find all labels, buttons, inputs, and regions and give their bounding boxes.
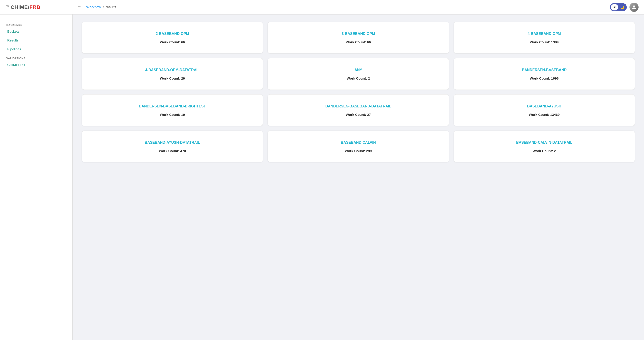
card-count-8: Work Count: 13469: [529, 113, 560, 117]
workflow-card-11[interactable]: BASEBAND-CALVIN-DATATRAILWork Count: 2: [454, 131, 635, 162]
workflow-card-2[interactable]: 4-BASEBAND-OPMWork Count: 1389: [454, 22, 635, 53]
card-title-4: ANY: [354, 68, 362, 73]
card-title-8: BASEBAND-AYUSH: [527, 104, 562, 109]
card-title-2: 4-BASEBAND-OPM: [528, 31, 561, 36]
workflow-card-3[interactable]: 4-BASEBAND-OPM-DATATRAILWork Count: 29: [82, 58, 263, 90]
logo-text: CHIME/FRB: [11, 4, 40, 10]
sidebar-section-validations: VALIDATIONS CHIMEFRB: [4, 55, 69, 69]
backends-section-label: BACKENDS: [4, 22, 69, 27]
card-count-9: Work Count: 470: [159, 149, 186, 153]
card-title-1: 3-BASEBAND-OPM: [342, 31, 375, 36]
card-count-5: Work Count: 1996: [530, 76, 559, 80]
breadcrumb: Workflow / results: [86, 5, 116, 9]
card-title-3: 4-BASEBAND-OPM-DATATRAIL: [145, 68, 200, 73]
workflow-card-0[interactable]: 2-BASEBAND-OPMWork Count: 66: [82, 22, 263, 53]
dark-theme-button[interactable]: 🌙: [618, 4, 626, 10]
card-title-5: BANDERSEN-BASEBAND: [522, 68, 566, 73]
sidebar-item-buckets[interactable]: Buckets: [4, 27, 69, 36]
card-count-0: Work Count: 66: [160, 40, 185, 44]
workflow-card-5[interactable]: BANDERSEN-BASEBANDWork Count: 1996: [454, 58, 635, 90]
card-title-0: 2-BASEBAND-OPM: [156, 31, 189, 36]
sidebar-section-backends: BACKENDS Buckets Results Pipelines: [4, 22, 69, 53]
main-content: 2-BASEBAND-OPMWork Count: 663-BASEBAND-O…: [72, 14, 644, 340]
card-title-7: BANDERSEN-BASEBAND-DATATRAIL: [326, 104, 392, 109]
nav-center: ≡ Workflow / results: [78, 4, 610, 10]
sidebar-item-chimefrb[interactable]: CHIMEFRB: [4, 60, 69, 69]
workflow-card-1[interactable]: 3-BASEBAND-OPMWork Count: 66: [268, 22, 449, 53]
sidebar-item-results[interactable]: Results: [4, 36, 69, 44]
workflow-card-7[interactable]: BANDERSEN-BASEBAND-DATATRAILWork Count: …: [268, 94, 449, 126]
card-title-6: BANDERSEN-BASEBAND-BRIGHTEST: [139, 104, 206, 109]
sidebar: BACKENDS Buckets Results Pipelines VALID…: [0, 14, 72, 340]
card-title-9: BASEBAND-AYUSH-DATATRAIL: [145, 140, 200, 145]
theme-toggle[interactable]: ☀ 🌙: [610, 3, 627, 11]
card-title-10: BASEBAND-CALVIN: [341, 140, 376, 145]
breadcrumb-workflow-link[interactable]: Workflow: [86, 5, 101, 9]
logo-slash: /: [28, 4, 30, 10]
breadcrumb-separator: /: [103, 5, 104, 9]
light-theme-button[interactable]: ☀: [611, 4, 618, 10]
sidebar-item-pipelines[interactable]: Pipelines: [4, 45, 69, 53]
logo-frb: FRB: [30, 4, 40, 10]
avatar[interactable]: [630, 3, 638, 12]
card-count-11: Work Count: 2: [532, 149, 556, 153]
breadcrumb-current: results: [106, 5, 116, 9]
logo-area: /// CHIME/FRB: [6, 4, 78, 10]
workflow-card-9[interactable]: BASEBAND-AYUSH-DATATRAILWork Count: 470: [82, 131, 263, 162]
card-title-11: BASEBAND-CALVIN-DATATRAIL: [516, 140, 572, 145]
svg-point-0: [633, 5, 635, 7]
card-count-1: Work Count: 66: [346, 40, 371, 44]
cards-grid: 2-BASEBAND-OPMWork Count: 663-BASEBAND-O…: [82, 22, 635, 162]
logo-chime: CHIME: [11, 4, 28, 10]
card-count-7: Work Count: 27: [346, 113, 371, 117]
workflow-card-4[interactable]: ANYWork Count: 2: [268, 58, 449, 90]
workflow-card-8[interactable]: BASEBAND-AYUSHWork Count: 13469: [454, 94, 635, 126]
card-count-6: Work Count: 10: [160, 113, 185, 117]
card-count-4: Work Count: 2: [347, 76, 370, 80]
card-count-2: Work Count: 1389: [530, 40, 559, 44]
nav-right: ☀ 🌙: [610, 3, 638, 12]
workflow-card-6[interactable]: BANDERSEN-BASEBAND-BRIGHTESTWork Count: …: [82, 94, 263, 126]
card-count-3: Work Count: 29: [160, 76, 185, 80]
workflow-card-10[interactable]: BASEBAND-CALVINWork Count: 299: [268, 131, 449, 162]
logo-lines-icon: ///: [6, 5, 9, 9]
validations-section-label: VALIDATIONS: [4, 55, 69, 60]
topnav: /// CHIME/FRB ≡ Workflow / results ☀ 🌙: [0, 0, 644, 14]
card-count-10: Work Count: 299: [345, 149, 372, 153]
hamburger-icon[interactable]: ≡: [78, 4, 81, 10]
